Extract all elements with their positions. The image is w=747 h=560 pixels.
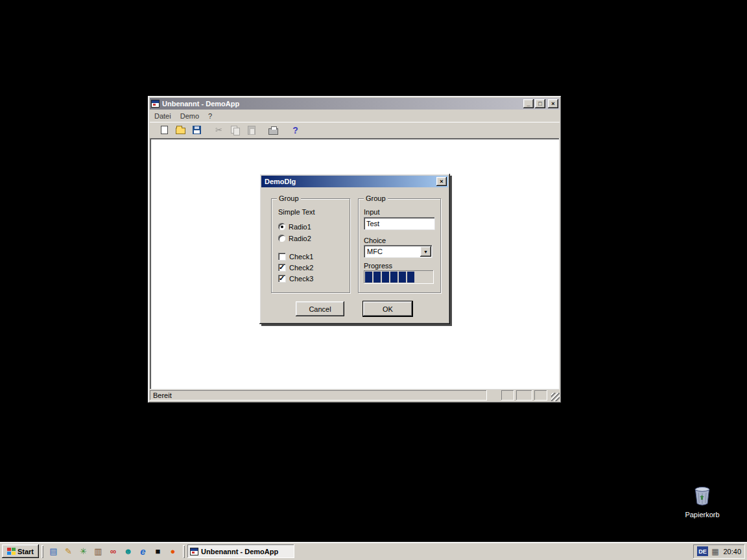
quicklaunch-asterisk-icon[interactable]: ✳	[78, 546, 89, 557]
progress-bar	[364, 270, 434, 284]
save-icon[interactable]	[189, 123, 205, 137]
windows-logo-icon	[7, 548, 16, 555]
check3-icon	[278, 275, 286, 283]
recycle-bin[interactable]: Papierkorb	[679, 485, 726, 519]
new-page-glyph	[161, 126, 168, 134]
tray-printer-icon[interactable]: ▦	[711, 548, 718, 555]
status-pane	[501, 390, 514, 401]
new-document-icon[interactable]	[156, 123, 172, 137]
check1-control[interactable]: Check1	[278, 252, 313, 261]
close-button[interactable]: ×	[548, 99, 558, 108]
check1-label: Check1	[289, 253, 313, 261]
radio1-label: Radio1	[289, 223, 311, 231]
quick-launch-bar: ▤ ✎ ✳ ▥ ∞ ☻ e ■ ●	[46, 546, 180, 557]
quicklaunch-ie-icon[interactable]: e	[137, 546, 148, 557]
right-groupbox: Group Input Choice MFC ▼ Progress	[358, 198, 441, 293]
demo-dialog: DemoDlg × Group Simple Text Radio1 Radio…	[259, 174, 450, 324]
choice-value: MFC	[364, 248, 420, 255]
menu-demo[interactable]: Demo	[176, 111, 204, 121]
ok-button[interactable]: OK	[363, 301, 412, 316]
app-window-title: Unbenannt - DemoApp	[162, 100, 239, 108]
dialog-titlebar[interactable]: DemoDlg ×	[261, 176, 448, 187]
question-glyph	[292, 125, 298, 135]
taskbar: Start ▤ ✎ ✳ ▥ ∞ ☻ e ■ ● Unbenannt - Demo…	[0, 542, 747, 560]
recycle-bin-label: Papierkorb	[679, 511, 726, 519]
check2-control[interactable]: Check2	[278, 263, 313, 272]
paste-icon[interactable]	[243, 123, 259, 137]
task-button-label: Unbenannt - DemoApp	[201, 548, 278, 555]
input-label: Input	[364, 208, 379, 216]
task-button-app-icon	[190, 548, 198, 555]
about-help-icon[interactable]	[287, 123, 303, 137]
task-button-demoapp[interactable]: Unbenannt - DemoApp	[187, 544, 294, 558]
app-icon	[151, 100, 160, 108]
taskbar-clock: 20:40	[722, 548, 741, 555]
system-tray: DE ▦ 20:40	[693, 544, 745, 559]
check2-label: Check2	[289, 264, 313, 272]
left-group-label: Group	[277, 194, 301, 202]
chevron-down-icon[interactable]: ▼	[420, 246, 431, 257]
check1-icon	[278, 253, 286, 261]
quicklaunch-console-icon[interactable]: ■	[152, 546, 163, 557]
maximize-button[interactable]: □	[535, 99, 545, 108]
left-groupbox: Group Simple Text Radio1 Radio2 Check1 C…	[271, 198, 350, 293]
open-folder-glyph	[176, 128, 185, 134]
scissors-glyph	[215, 125, 222, 135]
recycle-bin-icon	[691, 485, 713, 507]
quicklaunch-infinity-icon[interactable]: ∞	[108, 546, 119, 557]
status-pane	[534, 390, 547, 401]
choice-label: Choice	[364, 237, 386, 244]
floppy-glyph	[193, 126, 201, 134]
print-icon[interactable]	[265, 123, 281, 137]
cut-icon[interactable]	[211, 123, 227, 137]
taskbar-grip[interactable]	[42, 545, 43, 558]
desktop: { "app_window": { "title": "Unbenannt - …	[0, 0, 747, 560]
start-button[interactable]: Start	[2, 544, 39, 558]
radio2-label: Radio2	[289, 235, 311, 242]
status-message: Bereit	[150, 390, 487, 401]
minimize-button[interactable]: _	[523, 99, 534, 108]
check2-icon	[278, 264, 286, 272]
input-field[interactable]	[364, 217, 435, 230]
quicklaunch-book-icon[interactable]: ▥	[93, 546, 104, 557]
toolbar	[150, 122, 560, 138]
quicklaunch-editor-icon[interactable]: ▤	[48, 546, 59, 557]
taskbar-grip[interactable]	[183, 545, 185, 558]
copy-icon[interactable]	[227, 123, 243, 137]
quicklaunch-face-icon[interactable]: ☻	[123, 546, 134, 557]
statusbar: Bereit	[150, 390, 560, 401]
resize-grip[interactable]	[551, 393, 560, 401]
menu-help[interactable]: ?	[204, 111, 217, 121]
quicklaunch-ball-icon[interactable]: ●	[167, 546, 178, 557]
open-file-icon[interactable]	[172, 123, 189, 137]
radio2-control[interactable]: Radio2	[278, 234, 311, 242]
quicklaunch-pencil-icon[interactable]: ✎	[63, 546, 74, 557]
status-pane	[516, 390, 532, 401]
radio1-control[interactable]: Radio1	[278, 222, 311, 231]
check3-control[interactable]: Check3	[278, 274, 313, 283]
menubar: Datei Demo ?	[150, 110, 560, 122]
radio2-icon	[278, 235, 285, 242]
clipboard-glyph	[248, 126, 255, 135]
radio1-icon	[278, 223, 285, 230]
menu-datei[interactable]: Datei	[150, 111, 176, 121]
cancel-button[interactable]: Cancel	[296, 301, 344, 316]
dialog-title: DemoDlg	[265, 178, 296, 185]
start-label: Start	[18, 548, 34, 555]
check3-label: Check3	[289, 275, 313, 283]
keyboard-layout-indicator[interactable]: DE	[697, 546, 708, 556]
app-titlebar[interactable]: Unbenannt - DemoApp _ □ ×	[150, 98, 560, 110]
simple-text-label: Simple Text	[278, 208, 315, 216]
right-group-label: Group	[364, 194, 388, 202]
progress-label: Progress	[364, 262, 392, 270]
progress-fill	[365, 272, 416, 283]
copy-pages-glyph	[231, 126, 239, 134]
dialog-close-button[interactable]: ×	[436, 177, 447, 186]
choice-dropdown[interactable]: MFC ▼	[364, 245, 433, 258]
printer-glyph	[268, 128, 278, 135]
